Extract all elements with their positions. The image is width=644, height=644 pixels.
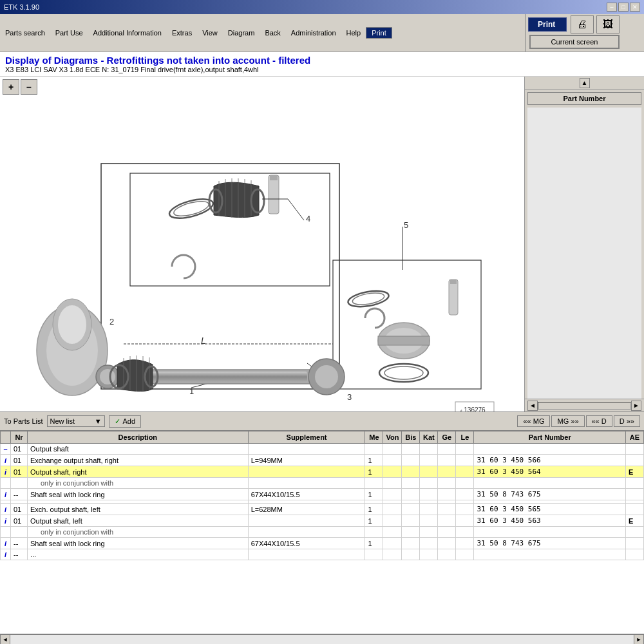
svg-text:L: L <box>201 336 206 346</box>
minimize-button[interactable]: – <box>607 3 617 12</box>
cell-le <box>456 549 474 560</box>
print-icon-2[interactable]: 🖼 <box>596 15 620 33</box>
table-row[interactable]: –01Output shaft <box>1 444 644 455</box>
cell-description: Shaft seal with lock ring <box>28 489 249 500</box>
dropdown-arrow-icon: ▼ <box>95 417 102 425</box>
zoom-out-button[interactable]: – <box>21 79 37 95</box>
svg-text:3: 3 <box>347 392 352 402</box>
cell-bis <box>402 478 420 489</box>
cell-me: 1 <box>365 489 383 500</box>
maximize-button[interactable]: □ <box>618 3 629 12</box>
col-header-nr: Nr <box>11 431 28 444</box>
print-icon-1[interactable]: 🖨 <box>571 15 594 33</box>
cell-partNumber <box>474 478 626 489</box>
col-header-me: Me <box>365 431 383 444</box>
cell-supplement: 67X44X10/15.5 <box>248 489 365 500</box>
table-section: To Parts List New list ▼ ✓ Add «« MGMG »… <box>0 412 644 644</box>
add-checkmark-icon: ✓ <box>115 417 120 426</box>
cell-nr: -- <box>11 489 28 500</box>
row-icon: i <box>1 504 11 515</box>
zoom-in-button[interactable]: + <box>3 79 19 95</box>
menu-bar-row: Parts searchPart UseAdditional Informati… <box>0 14 644 52</box>
table-row[interactable]: only in conjunction with <box>1 527 644 538</box>
row-icon: i <box>1 455 11 466</box>
table-row[interactable]: i--Shaft seal with lock ring67X44X10/15.… <box>1 489 644 500</box>
table-row[interactable]: only in conjunction with <box>1 478 644 489</box>
cell-ae <box>626 549 644 560</box>
menu-item-part-use[interactable]: Part Use <box>50 28 88 38</box>
table-row[interactable]: i01Exch. output shaft, leftL=628MM131 60… <box>1 504 644 515</box>
scroll-left-button[interactable]: ◄ <box>0 634 10 645</box>
right-scroll-right-button[interactable]: ► <box>631 401 641 411</box>
col-header-ae: AE <box>626 431 644 444</box>
table-row[interactable]: i--Shaft seal with lock ring67X44X10/15.… <box>1 538 644 549</box>
new-list-dropdown[interactable]: New list ▼ <box>47 415 105 427</box>
horizontal-scrollbar[interactable] <box>538 402 631 410</box>
nav-button-««d[interactable]: «« D <box>586 415 612 427</box>
cell-bis <box>402 455 420 466</box>
cell-supplement <box>248 466 365 478</box>
title-bar-controls: – □ ✕ <box>607 3 640 12</box>
svg-point-21 <box>100 369 115 384</box>
cell-me <box>365 549 383 560</box>
right-scroll-up-button[interactable]: ▲ <box>580 78 590 88</box>
cell-ge <box>438 489 456 500</box>
cell-ae <box>626 504 644 515</box>
cell-me: 1 <box>365 455 383 466</box>
nav-button-d»»[interactable]: D »» <box>614 415 640 427</box>
menu-item-extras[interactable]: Extras <box>167 28 197 38</box>
cell-description: Exch. output shaft, left <box>28 504 249 515</box>
nav-button-««mg[interactable]: «« MG <box>517 415 550 427</box>
table-header-row: NrDescriptionSupplementMeVonBisKatGeLePa… <box>1 431 644 444</box>
svg-rect-19 <box>127 372 307 382</box>
svg-rect-50 <box>449 279 458 315</box>
cell-nr: 01 <box>11 515 28 527</box>
add-button[interactable]: ✓ Add <box>109 415 142 428</box>
cell-bis <box>402 515 420 527</box>
cell-ge <box>438 455 456 466</box>
parts-table-area[interactable]: NrDescriptionSupplementMeVonBisKatGeLePa… <box>0 431 644 634</box>
table-row[interactable]: i--... <box>1 549 644 560</box>
cell-partNumber: 31 60 3 450 565 <box>474 504 626 515</box>
print-button[interactable]: Print <box>528 17 567 32</box>
table-row[interactable]: i01Output shaft, right131 60 3 450 564E <box>1 466 644 478</box>
row-icon: i <box>1 466 11 478</box>
menu-item-administration[interactable]: Administration <box>286 28 341 38</box>
current-screen-button[interactable]: Current screen <box>529 35 620 49</box>
svg-text:4: 4 <box>306 214 310 223</box>
cell-bis <box>402 538 420 549</box>
cell-von <box>383 549 402 560</box>
menu-item-print[interactable]: Print <box>366 27 392 39</box>
menu-items-container: Parts searchPart UseAdditional Informati… <box>0 14 525 52</box>
cell-me: 1 <box>365 466 383 478</box>
table-row[interactable]: i01Exchange output shaft, rightL=949MM13… <box>1 455 644 466</box>
zoom-controls: + – <box>3 79 37 95</box>
menu-item-parts-search[interactable]: Parts search <box>0 28 50 38</box>
header-subtitle: X3 E83 LCI SAV X3 1.8d ECE N: 31_0719 Fi… <box>5 66 639 73</box>
cell-me: 1 <box>365 538 383 549</box>
cell-nr: 01 <box>11 504 28 515</box>
nav-button-mg»»[interactable]: MG »» <box>551 415 584 427</box>
menu-item-help[interactable]: Help <box>341 28 366 38</box>
scroll-right-button[interactable]: ► <box>634 634 644 645</box>
table-row[interactable]: i01Output shaft, left131 60 3 450 563E <box>1 515 644 527</box>
app-wrapper: ETK 3.1.90 – □ ✕ Parts searchPart UseAdd… <box>0 0 644 644</box>
menu-item-back[interactable]: Back <box>260 28 285 38</box>
cell-ge <box>438 515 456 527</box>
right-scroll-left-button[interactable]: ◄ <box>527 401 538 411</box>
menu-item-additional-information[interactable]: Additional Information <box>88 28 167 38</box>
cell-nr <box>11 478 28 489</box>
cell-von <box>383 527 402 538</box>
cell-nr: 01 <box>11 455 28 466</box>
close-button[interactable]: ✕ <box>630 3 640 12</box>
menu-item-diagram[interactable]: Diagram <box>223 28 260 38</box>
cell-kat <box>420 444 438 455</box>
cell-ge <box>438 466 456 478</box>
col-header-bis: Bis <box>402 431 420 444</box>
col-header-supplement: Supplement <box>248 431 365 444</box>
horizontal-scroll-track[interactable] <box>10 634 634 645</box>
row-icon: i <box>1 549 11 560</box>
cell-supplement: 67X44X10/15.5 <box>248 538 365 549</box>
cell-ge <box>438 504 456 515</box>
menu-item-view[interactable]: View <box>197 28 223 38</box>
